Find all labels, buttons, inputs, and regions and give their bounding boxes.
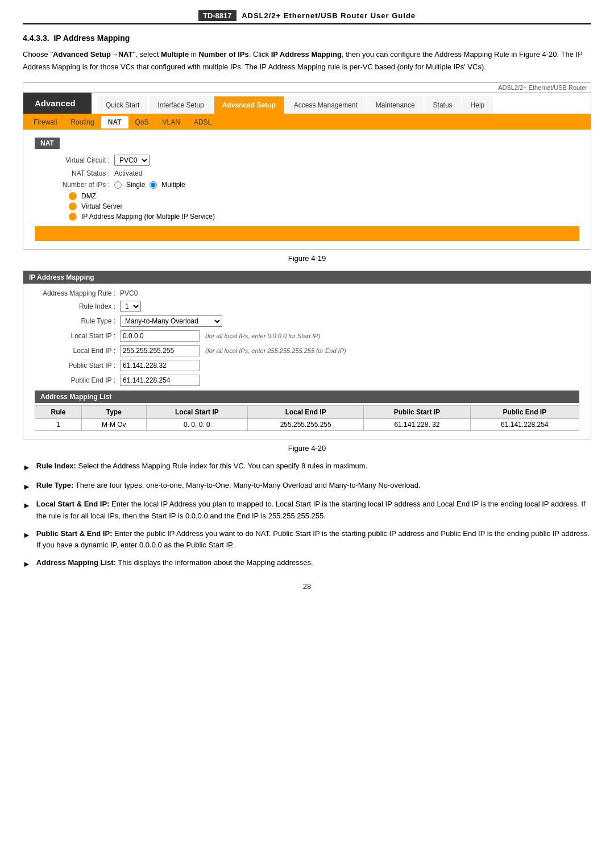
cell-public-end: 61.141.228.254 [470, 419, 579, 431]
rule-type-row: Rule Type : Many-to-Many Overload [35, 315, 579, 327]
radio-multiple-label: Multiple [161, 181, 185, 189]
tab-access-management[interactable]: Access Management [285, 96, 366, 114]
subnav-firewall[interactable]: Firewall [27, 116, 64, 128]
col-rule: Rule [35, 406, 82, 419]
subnav-adsl[interactable]: ADSL [187, 116, 218, 128]
cell-local-start: 0. 0. 0. 0 [146, 419, 248, 431]
tab-help[interactable]: Help [462, 96, 493, 114]
radio-single[interactable] [114, 181, 122, 189]
page-number: 28 [23, 582, 591, 591]
local-end-ip-row: Local End IP : (for all local IPs, enter… [35, 345, 579, 356]
col-public-start-ip: Public Start IP [364, 406, 470, 419]
desc-rule-type: ► Rule Type: There are four types, one-t… [23, 480, 591, 493]
arrow-icon-5: ► [23, 558, 31, 570]
rule-index-row: Rule Index : 1 [35, 301, 579, 312]
nat-status-row: NAT Status : Activated [35, 169, 579, 177]
local-start-ip-input[interactable] [120, 330, 200, 342]
router-ui-header: ADSL2/2+ Ethernet/USB Router [23, 83, 591, 93]
local-start-ip-hint: (for all local IPs, enter 0.0.0.0 for St… [205, 333, 320, 339]
subnav-nat[interactable]: NAT [101, 116, 128, 128]
public-start-ip-label: Public Start IP : [35, 362, 120, 369]
col-type: Type [81, 406, 146, 419]
rule-index-select[interactable]: 1 [120, 301, 141, 312]
number-of-ips-label: Number of IPs : [35, 181, 114, 189]
tab-quick-start[interactable]: Quick Start [97, 96, 148, 114]
virtual-circuit-row: Virtual Circuit : PVC0 [35, 155, 579, 166]
descriptions-list: ► Rule Index: Select the Address Mapping… [23, 460, 591, 570]
router-ui-figure1: ADSL2/2+ Ethernet/USB Router Advanced Qu… [23, 82, 591, 250]
public-end-ip-row: Public End IP : [35, 375, 579, 386]
cell-type: M-M Ov [81, 419, 146, 431]
tab-advanced-setup[interactable]: Advanced Setup [214, 96, 284, 114]
col-public-end-ip: Public End IP [470, 406, 579, 419]
arrow-icon-2: ► [23, 480, 31, 493]
bullet-icon-dmz [69, 192, 77, 200]
bullet-icon-virtual-server [69, 202, 77, 210]
mapping-rule-value: PVC0 [120, 289, 138, 297]
virtual-circuit-select[interactable]: PVC0 [114, 155, 150, 166]
local-end-ip-input[interactable] [120, 345, 200, 356]
arrow-icon-1: ► [23, 461, 31, 474]
bullet-virtual-server[interactable]: Virtual Server [69, 202, 579, 210]
desc-public-ip: ► Public Start & End IP: Enter the publi… [23, 528, 591, 552]
number-of-ips-row: Number of IPs : Single Multiple [35, 181, 579, 189]
page-header: TD-8817 ADSL2/2+ Ethernet/USB Router Use… [23, 11, 591, 24]
rule-type-select[interactable]: Many-to-Many Overload [120, 315, 222, 327]
cell-public-start: 61.141.228. 32 [364, 419, 470, 431]
tab-maintenance[interactable]: Maintenance [367, 96, 424, 114]
col-local-start-ip: Local Start IP [146, 406, 248, 419]
mapping-rule-label: Address Mapping Rule : [35, 289, 120, 297]
intro-text: Choose "Advanced Setup→NAT", select Mult… [23, 48, 591, 73]
address-mapping-list-label: Address Mapping List [35, 391, 579, 403]
tab-interface-setup[interactable]: Interface Setup [149, 96, 212, 114]
figure1-caption: Figure 4-19 [23, 254, 591, 263]
rule-type-label: Rule Type : [35, 317, 120, 325]
local-end-ip-label: Local End IP : [35, 347, 120, 355]
desc-local-ip: ► Local Start & End IP: Enter the local … [23, 499, 591, 522]
nav-brand: Advanced [23, 93, 92, 114]
ip-mapping-content: Address Mapping Rule : PVC0 Rule Index :… [23, 284, 591, 439]
local-start-ip-row: Local Start IP : (for all local IPs, ent… [35, 330, 579, 342]
subnav-vlan[interactable]: VLAN [156, 116, 187, 128]
subnav-qos[interactable]: QoS [128, 116, 156, 128]
desc-rule-index: ► Rule Index: Select the Address Mapping… [23, 460, 591, 474]
tab-status[interactable]: Status [425, 96, 461, 114]
cell-local-end: 255.255.255.255 [248, 419, 364, 431]
mapping-rule-row: Address Mapping Rule : PVC0 [35, 289, 579, 297]
public-start-ip-input[interactable] [120, 360, 200, 371]
nat-status-label: NAT Status : [35, 169, 114, 177]
virtual-circuit-label: Virtual Circuit : [35, 156, 114, 164]
local-start-ip-label: Local Start IP : [35, 332, 120, 340]
bullet-icon-ip-mapping [69, 213, 77, 221]
bullet-dmz[interactable]: DMZ [69, 192, 579, 200]
public-end-ip-input[interactable] [120, 375, 200, 386]
col-local-end-ip: Local End IP [248, 406, 364, 419]
nat-content-area: NAT Virtual Circuit : PVC0 NAT Status : … [23, 130, 591, 249]
mapping-table-header-row: Rule Type Local Start IP Local End IP Pu… [35, 406, 579, 419]
sub-nav: Firewall Routing NAT QoS VLAN ADSL [23, 115, 591, 130]
nav-bar: Advanced Quick Start Interface Setup Adv… [23, 93, 591, 115]
public-start-ip-row: Public Start IP : [35, 360, 579, 371]
public-end-ip-label: Public End IP : [35, 376, 120, 384]
local-end-ip-hint: (for all local IPs, enter 255.255.255.25… [205, 347, 346, 354]
bullet-ip-address-mapping[interactable]: IP Address Mapping (for Multiple IP Serv… [69, 213, 579, 221]
mapping-table: Rule Type Local Start IP Local End IP Pu… [35, 405, 579, 431]
figure2-caption: Figure 4-20 [23, 444, 591, 452]
arrow-icon-3: ► [23, 499, 31, 512]
number-of-ips-radio-group: Single Multiple [114, 181, 185, 189]
desc-mapping-list: ► Address Mapping List: This displays th… [23, 557, 591, 570]
section-heading: 4.4.3.3. IP Address Mapping [23, 34, 591, 43]
subnav-routing[interactable]: Routing [64, 116, 101, 128]
nat-status-value: Activated [114, 169, 142, 177]
ip-mapping-title: IP Address Mapping [23, 271, 591, 284]
radio-single-label: Single [126, 181, 145, 189]
orange-bar [35, 226, 579, 241]
nat-section-label: NAT [35, 138, 579, 155]
nav-tabs: Quick Start Interface Setup Advanced Set… [92, 93, 591, 114]
cell-rule: 1 [35, 419, 82, 431]
arrow-icon-4: ► [23, 529, 31, 541]
page-title: ADSL2/2+ Ethernet/USB Router User Guide [242, 11, 416, 20]
radio-multiple[interactable] [150, 181, 157, 189]
table-row: 1 M-M Ov 0. 0. 0. 0 255.255.255.255 61.1… [35, 419, 579, 431]
rule-index-label: Rule Index : [35, 302, 120, 310]
